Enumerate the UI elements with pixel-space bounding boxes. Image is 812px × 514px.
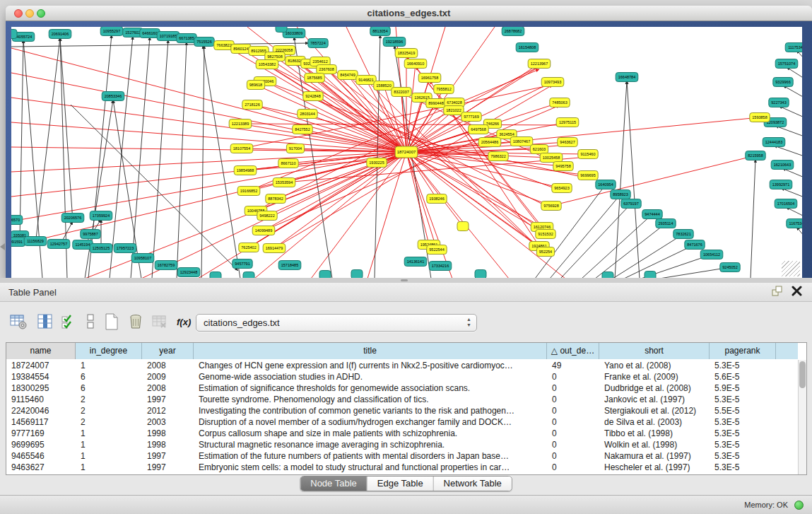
graph-node[interactable]: 9495758 <box>553 162 573 171</box>
graph-node[interactable]: 8322037 <box>392 88 411 97</box>
graph-node[interactable]: 10807467 <box>510 137 533 146</box>
close-panel-icon[interactable] <box>792 286 802 296</box>
graph-node[interactable]: 17334216 <box>429 262 452 271</box>
graph-node[interactable]: 16648784 <box>616 73 638 82</box>
graph-node[interactable]: 9329966 <box>773 78 793 87</box>
graph-node[interactable]: 10543382 <box>256 60 278 69</box>
graph-node[interactable]: 18107554 <box>230 144 253 153</box>
graph-node[interactable]: 8454749 <box>338 71 358 80</box>
row-height-icon[interactable] <box>81 312 100 332</box>
column-header-pagerank[interactable]: pagerank <box>710 343 776 359</box>
graph-node[interactable]: 17957223 <box>114 244 136 253</box>
graph-node[interactable]: 10719185 <box>157 32 180 41</box>
graph-node[interactable]: 7955812 <box>434 85 454 94</box>
table-row[interactable]: 1938455462009Genome-wide association stu… <box>6 371 798 382</box>
graph-node[interactable]: 10955297 <box>100 27 123 36</box>
new-column-icon[interactable] <box>102 312 122 332</box>
graph-node[interactable]: 8958923 <box>611 190 630 199</box>
graph-node[interactable]: 15751074 <box>775 59 798 69</box>
graph-node[interactable]: 16914479 <box>263 244 286 253</box>
table-row[interactable]: 1830029562008Estimation of significance … <box>6 382 798 394</box>
graph-node[interactable]: 10973493 <box>541 78 564 87</box>
graph-node[interactable]: 9457791 <box>233 259 252 269</box>
function-builder-icon[interactable]: f(x) <box>175 312 194 332</box>
graph-node[interactable]: 2803144 <box>298 110 317 119</box>
graph-node[interactable]: 16210643 <box>771 160 794 170</box>
show-columns-icon[interactable] <box>35 312 55 332</box>
graph-node[interactable]: 11156829 <box>24 237 47 246</box>
graph-node[interactable]: 12505125 <box>90 244 112 253</box>
table-row[interactable]: 2242004622012Investigating the contribut… <box>6 405 798 416</box>
graph-node[interactable]: 12975115 <box>556 118 579 127</box>
graph-node[interactable]: 12213389 <box>229 119 252 129</box>
table-row[interactable]: 977716911998Corpus callosum shape and si… <box>6 428 798 439</box>
graph-node[interactable]: 9756928 <box>541 201 561 211</box>
graph-node[interactable]: 18325419 <box>395 49 418 58</box>
graph-node[interactable]: 16640910 <box>404 59 427 69</box>
graph-node[interactable]: 25206570 <box>11 216 23 225</box>
graph-node[interactable]: 1593858 <box>750 113 770 122</box>
graph-node[interactable] <box>276 27 287 33</box>
graph-node[interactable]: 8427552 <box>293 125 312 134</box>
graph-node[interactable]: 8667110 <box>278 159 298 168</box>
graph-node[interactable]: 12942757 <box>47 240 70 249</box>
graph-node[interactable]: 7625402 <box>239 243 259 252</box>
graph-node[interactable]: 13992971 <box>770 180 792 189</box>
graph-node[interactable]: 1930225 <box>367 158 387 168</box>
graph-node[interactable]: 16782759 <box>155 261 177 270</box>
column-header-name[interactable]: name <box>6 343 76 359</box>
graph-node[interactable]: 9654923 <box>552 184 572 193</box>
graph-node[interactable]: 1167534 <box>787 219 802 228</box>
graph-node[interactable]: 8471676 <box>685 240 705 250</box>
float-panel-icon[interactable] <box>771 285 783 297</box>
tab-edge-table[interactable]: Edge Table <box>367 477 434 491</box>
graph-node[interactable] <box>457 222 469 231</box>
graph-node[interactable]: 19218596 <box>383 37 406 47</box>
graph-node[interactable]: 991591 <box>11 238 25 247</box>
graph-node[interactable]: 16154808 <box>516 43 539 52</box>
graph-node[interactable]: 9151532 <box>536 230 555 239</box>
graph-node[interactable]: 8990448 <box>426 99 446 108</box>
graph-node[interactable]: 12213967 <box>528 59 551 69</box>
column-header-title[interactable]: title <box>194 343 547 359</box>
graph-node[interactable]: 8878342 <box>266 194 286 204</box>
graph-node[interactable]: 621603 <box>530 145 548 154</box>
column-header-year[interactable]: year <box>142 343 194 359</box>
column-header-short[interactable]: short <box>599 343 710 359</box>
graph-node[interactable]: 8215958 <box>746 151 765 160</box>
graph-node[interactable]: 12444183 <box>763 138 785 147</box>
graph-node[interactable]: 15353594 <box>273 178 295 187</box>
graph-node[interactable]: 1875685 <box>305 74 324 83</box>
table-selector-dropdown[interactable]: citations_edges.txt ▲▼ <box>196 314 477 332</box>
table-vertical-scrollbar[interactable] <box>798 360 806 474</box>
graph-node[interactable]: 9242848 <box>303 92 323 101</box>
graph-node[interactable]: 17016504 <box>775 199 797 209</box>
graph-node[interactable]: 9498222 <box>257 211 277 221</box>
graph-node[interactable]: 9522544 <box>427 245 447 255</box>
graph-node[interactable]: 9975887 <box>81 230 100 239</box>
graph-node[interactable]: 8813054 <box>370 27 390 36</box>
graph-node[interactable]: 9474444 <box>642 210 662 219</box>
network-canvas[interactable]: 1872400714055724206914061095529715276026… <box>11 27 802 279</box>
table-mode-icon[interactable] <box>8 312 28 332</box>
graph-node[interactable]: 7832621 <box>673 230 693 239</box>
graph-node[interactable]: 9227343 <box>769 98 789 107</box>
graph-node[interactable]: 26878682 <box>502 27 524 36</box>
table-row[interactable]: 946362711997Embryonic stem cells: a mode… <box>6 462 798 473</box>
graph-node[interactable]: 9146821 <box>356 76 376 85</box>
graph-node[interactable]: 10958107 <box>131 254 154 263</box>
hub-node[interactable]: 18724007 <box>395 146 418 158</box>
citation-network-graph[interactable]: 1872400714055724206914061095529715276026… <box>11 27 802 279</box>
table-row[interactable]: 1872400712008Changes of HCN gene express… <box>6 360 798 371</box>
graph-node[interactable]: 1640954 <box>596 180 616 189</box>
graph-node[interactable]: 11175344 <box>785 43 802 52</box>
graph-node[interactable]: 7857224 <box>308 39 328 48</box>
graph-node[interactable]: 9115460 <box>578 150 598 159</box>
graph-node[interactable]: 917004 <box>286 144 304 153</box>
graph-node[interactable]: 17359924 <box>90 211 112 221</box>
graph-node[interactable]: 19854988 <box>234 166 257 175</box>
graph-node[interactable]: 2718126 <box>242 100 262 110</box>
graph-node[interactable]: 16961758 <box>418 74 441 83</box>
delete-column-icon[interactable] <box>126 312 146 332</box>
table-row[interactable]: 911546021997Tourette syndrome. Phenomeno… <box>6 394 798 405</box>
